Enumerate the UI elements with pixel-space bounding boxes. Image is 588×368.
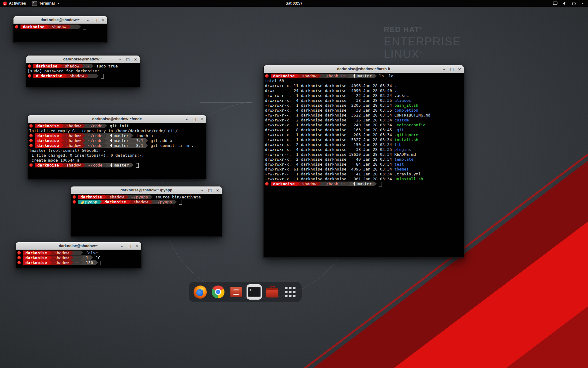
prompt-segment-user: darknoise	[35, 143, 61, 148]
prompt-redhat-icon	[28, 74, 31, 78]
directory-name: .git	[394, 128, 404, 132]
terminal-content[interactable]: darknoiseshadow~sudo true[sudo] password…	[26, 63, 140, 87]
terminal-app-icon	[32, 1, 37, 6]
powerline-arrow-icon	[105, 124, 107, 128]
terminal-line: darknoiseshadow~	[15, 25, 107, 29]
terminal-content[interactable]: darknoiseshadow~/codegit initInitialized…	[28, 123, 206, 179]
minimize-button[interactable]: –	[118, 57, 122, 61]
terminal-window-home-2: darknoise@shadow:~ – □ × darknoiseshadow…	[16, 242, 141, 268]
titlebar[interactable]: darknoise@shadow:~/pyapp – □ ×	[71, 186, 222, 194]
close-button[interactable]: ×	[458, 67, 462, 71]
maximize-button[interactable]: □	[127, 244, 131, 248]
terminal-content[interactable]: darknoiseshadow~/bash-itmasterls -latota…	[264, 73, 464, 257]
prompt-segment-host: shadow	[52, 260, 71, 265]
app-menu-label: Terminal	[39, 1, 55, 6]
activities-button[interactable]: Activities	[0, 0, 29, 7]
output-text: -rwxrwxr-x. 1 darknoise darknoise 240 Ja…	[265, 123, 394, 127]
powerline-arrow-icon	[71, 251, 74, 255]
titlebar[interactable]: darknoise@shadow:~ – □ ×	[16, 242, 141, 250]
executable-name: .editorconfig	[394, 123, 426, 127]
prompt-segment-user: darknoise	[23, 255, 49, 260]
dock-item-files[interactable]	[228, 284, 244, 300]
command-text: touch a	[136, 133, 153, 138]
minimize-button[interactable]: –	[120, 244, 124, 248]
titlebar[interactable]: darknoise@shadow:~/code – □ ×	[28, 115, 206, 123]
rhel-logo-linux-line: LINUX®	[384, 48, 461, 60]
powerline-arrow-icon	[131, 163, 134, 167]
terminal-content[interactable]: darknoiseshadow~falsedarknoiseshadow~1^C…	[16, 250, 141, 268]
close-button[interactable]: ×	[135, 244, 139, 248]
maximize-button[interactable]: □	[126, 57, 130, 61]
prompt-segment-user: darknoise	[271, 182, 297, 186]
grid-dot	[289, 287, 292, 289]
output-text: [sudo] password for darknoise:	[28, 69, 102, 73]
prompt-segment-path: ~/code	[85, 138, 105, 143]
prompt-segment-host: shadow	[64, 138, 83, 143]
window-title: darknoise@shadow:~	[40, 18, 80, 22]
minimize-button[interactable]: –	[442, 67, 446, 71]
directory-name: ..	[394, 88, 399, 93]
terminal-line: Initialized empty Git repository in /hom…	[29, 128, 206, 133]
close-button[interactable]: ×	[200, 117, 204, 121]
powerline-arrow-icon	[86, 74, 89, 78]
titlebar[interactable]: darknoise@shadow:~ – □ ×	[26, 56, 140, 63]
dock-item-terminal[interactable]	[247, 284, 262, 300]
titlebar[interactable]: darknoise@shadow:~ – □ ×	[13, 16, 107, 24]
top-bar: Activities Terminal Sat 03:57	[0, 0, 588, 7]
terminal-line: darknoiseshadow~1^C	[17, 255, 141, 260]
chevron-down-icon	[581, 3, 584, 4]
powerline-arrow-icon	[81, 260, 83, 265]
prompt-segment-host: shadow	[67, 74, 86, 78]
minimize-button[interactable]: –	[185, 117, 189, 121]
terminal-line: darknoiseshadow~sudo true	[28, 64, 140, 69]
prompt-redhat-icon	[73, 200, 76, 204]
prompt-segment-status: 1	[83, 255, 91, 260]
git-branch-icon	[110, 144, 113, 147]
powerline-arrow-icon	[96, 260, 98, 265]
terminal-line: drwxrwxr-x. 4 darknoise darknoise 38 Jan…	[265, 147, 464, 152]
terminal-content[interactable]: darknoiseshadow~/pyappsource bin/activat…	[71, 194, 222, 236]
dock-item-app-grid[interactable]	[283, 284, 298, 300]
terminal-content[interactable]: darknoiseshadow~	[13, 24, 107, 42]
maximize-button[interactable]: □	[450, 67, 454, 71]
close-button[interactable]: ×	[134, 57, 138, 61]
minimize-button[interactable]: –	[200, 188, 204, 192]
prompt-segment-user: darknoise	[21, 25, 47, 29]
output-text: drwxrwxr-x. 4 darknoise darknoise 38 Jan…	[265, 108, 394, 113]
prompt-redhat-icon	[265, 74, 269, 78]
output-text: Initialized empty Git repository in /hom…	[29, 128, 178, 133]
window-title: darknoise@shadow:~/pyapp	[120, 188, 172, 192]
powerline-arrow-icon	[105, 138, 107, 143]
system-status-area[interactable]	[553, 0, 588, 7]
close-button[interactable]: ×	[101, 18, 105, 22]
chrome-icon	[212, 286, 224, 298]
maximize-button[interactable]: □	[192, 117, 196, 121]
dock-item-software[interactable]	[265, 284, 280, 300]
titlebar[interactable]: darknoise@shadow:~/bash-it – □ ×	[264, 65, 464, 73]
grid-dot	[293, 291, 296, 293]
prompt-redhat-icon	[15, 25, 18, 29]
prompt-redhat-icon	[73, 195, 76, 199]
prompt-segment-status: 130	[83, 260, 95, 265]
powerline-arrow-icon	[91, 64, 94, 68]
maximize-button[interactable]: □	[208, 188, 212, 192]
prompt-segment-host: shadow	[64, 124, 83, 128]
terminal-line: -rw-rw-r--. 1 darknoise darknoise 3622 J…	[265, 113, 464, 118]
executable-name: .gitignore	[394, 132, 418, 137]
prompt-segment-path: ~/bash-it	[321, 74, 348, 78]
prompt-segment-user: darknoise	[271, 74, 297, 78]
command-text: git add a	[151, 138, 172, 143]
terminal-window-bash-it: darknoise@shadow:~/bash-it – □ × darknoi…	[263, 65, 464, 258]
powerline-arrow-icon	[71, 255, 74, 260]
dock-item-chrome[interactable]	[210, 284, 226, 300]
clock[interactable]: Sat 03:57	[283, 0, 306, 7]
app-menu-terminal[interactable]: Terminal	[29, 0, 63, 7]
file-name: .travis.yml	[394, 172, 421, 176]
minimize-button[interactable]: –	[86, 18, 90, 22]
terminal-line: 1 file changed, 0 insertions(+), 0 delet…	[29, 153, 206, 158]
terminal-line: drwxrwxr-x. 4 darknoise darknoise 84 Jan…	[265, 162, 464, 167]
close-button[interactable]: ×	[216, 188, 220, 192]
output-text: -rwxrwxr-x. 1 darknoise darknoise 2205 J…	[265, 103, 394, 108]
dock-item-firefox[interactable]	[192, 284, 208, 300]
maximize-button[interactable]: □	[93, 18, 97, 22]
